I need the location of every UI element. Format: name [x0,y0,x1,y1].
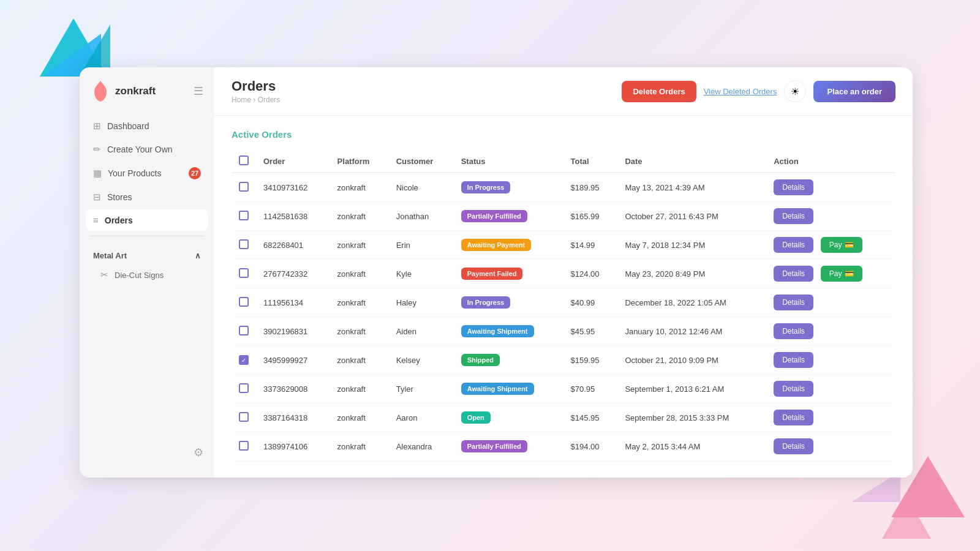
cell-status: Payment Failed [454,260,564,288]
details-button[interactable]: Details [774,179,813,195]
delete-orders-button[interactable]: Delete Orders [622,81,696,102]
cell-action: Details [766,317,895,346]
section-title: Active Orders [232,129,895,140]
breadcrumb-current: Orders [258,96,281,104]
row-checkbox[interactable] [239,297,249,307]
details-button[interactable]: Details [774,381,813,397]
page-title: Orders [232,78,614,94]
app-name: zonkraft [115,85,156,97]
cell-order: 2767742332 [256,260,330,288]
create-icon: ✏ [93,144,101,155]
cell-order: 3387164318 [256,403,330,432]
breadcrumb-home[interactable]: Home [232,96,251,104]
row-checkbox[interactable] [239,441,249,451]
details-button[interactable]: Details [774,410,813,425]
cell-status: In Progress [454,173,564,202]
metal-art-label: Metal Art [93,251,127,260]
sidebar-item-label: Your Products [108,168,161,178]
pay-button[interactable]: Pay 💳 [821,266,862,282]
topbar: Orders Home › Orders Delete Orders View … [214,67,913,116]
table-row: 3410973162zonkraftNicoleIn Progress$189.… [232,173,895,202]
cell-status: Awaiting Payment [454,231,564,260]
cell-order: 111956134 [256,288,330,317]
products-icon: ▦ [93,168,102,179]
menu-toggle-icon[interactable]: ☰ [194,84,203,98]
cell-date: January 10, 2012 12:46 AM [617,317,766,346]
row-checkbox[interactable] [239,239,249,249]
header-date: Date [617,151,766,173]
sidebar-divider [89,236,205,236]
cell-customer: Aaron [389,403,454,432]
sidebar-item-orders[interactable]: ≡ Orders [86,209,208,231]
sidebar-item-stores[interactable]: ⊟ Stores [86,186,208,208]
cell-action: Details [766,288,895,317]
place-order-button[interactable]: Place an order [813,81,895,102]
sidebar-item-dashboard[interactable]: ⊞ Dashboard [86,115,208,137]
metal-art-header[interactable]: Metal Art ∧ [86,246,208,265]
cell-action: Details [766,375,895,403]
sidebar-nav: ⊞ Dashboard ✏ Create Your Own ▦ Your Pro… [80,115,214,231]
table-row: ✓3495999927zonkraftKelseyShipped$159.95O… [232,346,895,375]
logo-icon [91,80,110,103]
theme-toggle-button[interactable]: ☀ [784,80,806,102]
details-button[interactable]: Details [774,294,813,310]
sidebar-section-metal-art: Metal Art ∧ ✂ Die-Cut Signs [80,241,214,290]
cell-date: May 23, 2020 8:49 PM [617,260,766,288]
row-checkbox[interactable] [239,182,249,192]
row-checkbox[interactable] [239,326,249,335]
settings-icon[interactable]: ⚙ [194,446,203,459]
header-customer: Customer [389,151,454,173]
orders-content: Active Orders Order Platform Customer St… [214,116,913,478]
details-button[interactable]: Details [774,352,813,368]
sidebar-item-die-cut-signs[interactable]: ✂ Die-Cut Signs [86,265,208,285]
sidebar-logo: zonkraft [91,80,156,103]
sidebar-item-create-your-own[interactable]: ✏ Create Your Own [86,138,208,160]
dashboard-icon: ⊞ [93,121,101,132]
row-checkbox[interactable] [239,211,249,220]
details-button[interactable]: Details [774,237,813,253]
view-deleted-orders-button[interactable]: View Deleted Orders [704,87,777,96]
sidebar-sub-item-label: Die-Cut Signs [115,271,164,280]
cell-customer: Kyle [389,260,454,288]
details-button[interactable]: Details [774,208,813,224]
sidebar-item-label: Dashboard [107,121,149,131]
breadcrumb: Home › Orders [232,96,614,104]
cell-date: May 13, 2021 4:39 AM [617,173,766,202]
sidebar-item-your-products[interactable]: ▦ Your Products 27 [86,162,208,185]
cell-total: $45.95 [564,317,618,346]
pay-icon: 💳 [845,241,854,249]
cell-status: Shipped [454,346,564,375]
header-total: Total [564,151,618,173]
details-button[interactable]: Details [774,266,813,282]
cell-status: Open [454,403,564,432]
cell-action: Details [766,346,895,375]
details-button[interactable]: Details [774,323,813,339]
status-badge: In Progress [461,296,511,309]
cell-customer: Haley [389,288,454,317]
cell-action: Details [766,403,895,432]
orders-table: Order Platform Customer Status Total Dat… [232,151,895,461]
row-checkbox[interactable] [239,268,249,278]
header-order: Order [256,151,330,173]
pay-button[interactable]: Pay 💳 [821,237,862,253]
table-row: 1142581638zonkraftJonathanPartially Fulf… [232,202,895,231]
die-cut-icon: ✂ [100,269,108,280]
row-checkbox[interactable] [239,412,249,422]
details-button[interactable]: Details [774,438,813,454]
table-row: 2767742332zonkraftKylePayment Failed$124… [232,260,895,288]
metal-art-chevron: ∧ [195,251,201,260]
cell-total: $124.00 [564,260,618,288]
cell-platform: zonkraft [330,375,389,403]
cell-platform: zonkraft [330,202,389,231]
row-checkbox[interactable]: ✓ [239,355,249,365]
cell-total: $194.00 [564,432,618,461]
header-checkbox-cell [232,151,256,173]
select-all-checkbox[interactable] [239,156,249,165]
cell-customer: Nicole [389,173,454,202]
cell-total: $70.95 [564,375,618,403]
cell-action: Details [766,173,895,202]
deco-triangle-teal [83,24,110,70]
cell-platform: zonkraft [330,403,389,432]
cell-platform: zonkraft [330,288,389,317]
row-checkbox[interactable] [239,383,249,393]
